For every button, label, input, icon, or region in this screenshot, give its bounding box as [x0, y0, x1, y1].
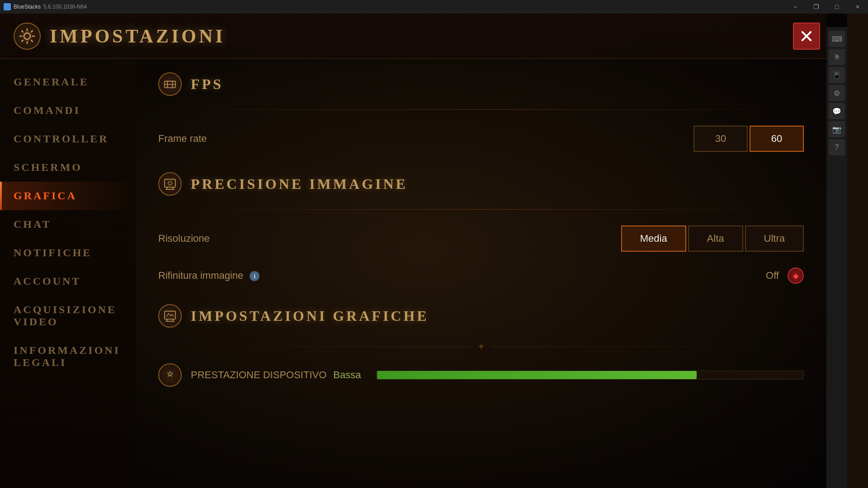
game-area: IMPOSTAZIONI GENERALE COMANDI CONTROLLER… — [0, 14, 847, 488]
grafiche-ornament: ✦ — [158, 341, 804, 352]
precisione-icon — [158, 172, 182, 196]
prestazione-icon — [158, 363, 182, 387]
precisione-divider — [158, 209, 804, 210]
titlebar-close-button[interactable]: × — [847, 0, 868, 14]
fps-60-button[interactable]: 60 — [750, 126, 804, 152]
prestazione-progress-fill — [377, 371, 697, 379]
sidebar-mouse-button[interactable]: 🖱 — [829, 49, 845, 65]
sidebar-item-acquisizione[interactable]: ACQUISIZIONE VIDEO — [0, 296, 136, 336]
titlebar-maximize-button[interactable]: □ — [826, 0, 847, 14]
prestazione-row: PRESTAZIONE DISPOSITIVO Bassa — [158, 361, 804, 389]
risoluzione-row: Risoluzione Media Alta Ultra — [158, 223, 804, 254]
prestazione-sublabel: Bassa — [333, 369, 361, 381]
frame-rate-controls: 30 60 — [693, 126, 804, 152]
fps-divider — [158, 109, 804, 110]
settings-close-button[interactable] — [793, 23, 820, 50]
impostazioni-grafiche-section: IMPOSTAZIONI GRAFICHE ✦ PRESTAZIONE DISP… — [158, 304, 804, 389]
rifinitura-label: Rifinitura immagine i — [158, 270, 766, 282]
fps-section-header: FPS — [158, 72, 804, 100]
rifinitura-row: Rifinitura immagine i Off — [158, 265, 804, 286]
fps-30-button[interactable]: 30 — [693, 126, 748, 152]
sidebar-item-informazioni[interactable]: INFORMAZIONI LEGALI — [0, 336, 136, 377]
titlebar-minimize-button[interactable]: − — [785, 0, 806, 14]
frame-rate-row: Frame rate 30 60 — [158, 123, 804, 154]
sidebar-camera-button[interactable]: 📷 — [829, 121, 845, 137]
titlebar-restore-button[interactable]: ❐ — [806, 0, 826, 14]
sidebar-item-schermo[interactable]: SCHERMO — [0, 153, 136, 182]
sidebar-item-notifiche[interactable]: NOTIFICHE — [0, 239, 136, 267]
rifinitura-toggle-button[interactable] — [788, 267, 804, 284]
rifinitura-info-icon[interactable]: i — [250, 271, 259, 281]
bluestacks-icon — [4, 3, 11, 10]
sidebar-keyboard-button[interactable]: ⌨ — [829, 31, 845, 47]
titlebar-app-name: BlueStacks — [14, 4, 41, 10]
prestazione-progress-bar — [377, 371, 804, 380]
titlebar: BlueStacks 5.6.100.1036-N64 − ❐ □ × — [0, 0, 868, 14]
svg-point-0 — [24, 33, 30, 39]
sidebar-help-button[interactable]: ? — [829, 139, 845, 155]
sidebar-settings-button[interactable]: ⚙ — [829, 85, 845, 101]
settings-nav: GENERALE COMANDI CONTROLLER SCHERMO GRAF… — [0, 59, 136, 488]
risoluzione-ultra-button[interactable]: Ultra — [745, 225, 804, 252]
impostazioni-grafiche-icon — [158, 304, 182, 328]
ornament-center: ✦ — [477, 341, 485, 352]
risoluzione-media-button[interactable]: Media — [621, 225, 686, 252]
fps-section-title: FPS — [191, 76, 223, 93]
sidebar-phone-button[interactable]: 📱 — [829, 67, 845, 83]
risoluzione-alta-button[interactable]: Alta — [688, 225, 743, 252]
frame-rate-label: Frame rate — [158, 133, 693, 145]
main-content: FPS Frame rate 30 60 — [136, 59, 826, 488]
settings-header: IMPOSTAZIONI — [0, 14, 826, 59]
sidebar-item-chat[interactable]: CHAT — [0, 210, 136, 239]
sidebar-chat-button[interactable]: 💬 — [829, 103, 845, 119]
sidebar-item-controller[interactable]: CONTROLLER — [0, 125, 136, 153]
right-sidebar: ⌨ 🖱 📱 ⚙ 💬 📷 ? — [826, 27, 847, 488]
risoluzione-label: Risoluzione — [158, 233, 621, 244]
risoluzione-controls: Media Alta Ultra — [621, 225, 804, 252]
sidebar-item-grafica[interactable]: GRAFICA — [0, 182, 136, 210]
precisione-section: PRECISIONE IMMAGINE Risoluzione Media Al… — [158, 172, 804, 286]
sidebar-item-account[interactable]: ACCOUNT — [0, 267, 136, 296]
impostazioni-grafiche-header: IMPOSTAZIONI GRAFICHE — [158, 304, 804, 332]
titlebar-version: 5.6.100.1036-N64 — [43, 4, 87, 10]
precisione-section-header: PRECISIONE IMMAGINE — [158, 172, 804, 200]
impostazioni-grafiche-title: IMPOSTAZIONI GRAFICHE — [191, 308, 429, 324]
settings-title: IMPOSTAZIONI — [50, 25, 226, 47]
rifinitura-controls: Off — [766, 267, 804, 284]
precisione-section-title: PRECISIONE IMMAGINE — [191, 176, 408, 192]
fps-section: FPS Frame rate 30 60 — [158, 72, 804, 154]
sidebar-item-comandi[interactable]: COMANDI — [0, 96, 136, 125]
sidebar-item-generale[interactable]: GENERALE — [0, 68, 136, 96]
rifinitura-status: Off — [766, 270, 779, 282]
titlebar-controls: − ❐ □ × — [785, 0, 868, 14]
svg-point-10 — [168, 181, 172, 185]
prestazione-label: PRESTAZIONE DISPOSITIVO — [191, 369, 326, 381]
settings-gear-icon — [14, 23, 41, 50]
fps-icon — [158, 72, 182, 96]
svg-rect-6 — [165, 179, 175, 188]
